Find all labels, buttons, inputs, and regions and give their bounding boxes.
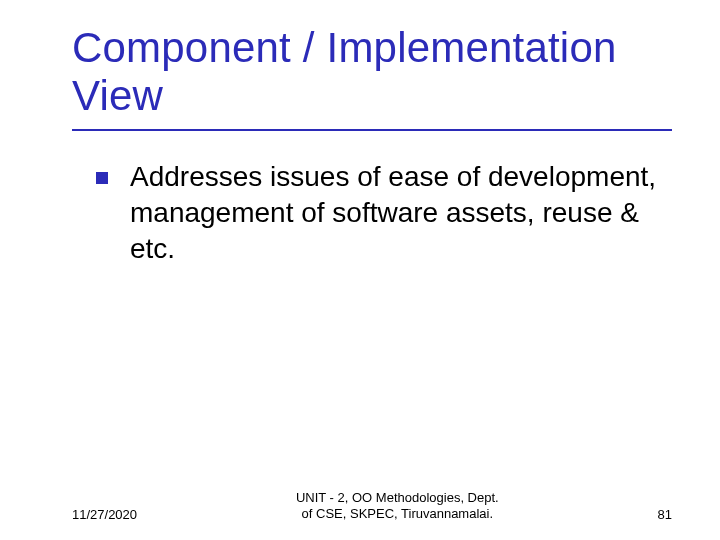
list-item: Addresses issues of ease of development,… [96,159,672,268]
bullet-list: Addresses issues of ease of development,… [72,159,672,268]
footer-page-number: 81 [658,507,672,522]
slide: Component / Implementation View Addresse… [0,0,720,540]
bullet-text: Addresses issues of ease of development,… [130,161,656,265]
slide-footer: 11/27/2020 UNIT - 2, OO Methodologies, D… [0,490,720,523]
slide-title: Component / Implementation View [72,24,672,121]
square-bullet-icon [96,172,108,184]
footer-date: 11/27/2020 [72,507,137,522]
title-underline [72,129,672,131]
footer-center: UNIT - 2, OO Methodologies, Dept. of CSE… [137,490,657,523]
footer-center-line2: of CSE, SKPEC, Tiruvannamalai. [302,506,493,521]
footer-center-line1: UNIT - 2, OO Methodologies, Dept. [296,490,499,505]
